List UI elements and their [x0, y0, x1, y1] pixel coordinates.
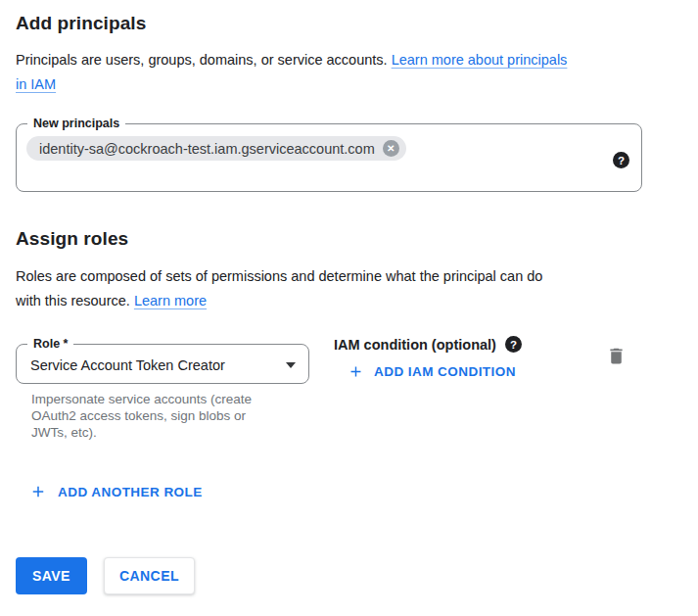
role-value-row: Service Account Token Creator	[17, 354, 308, 377]
add-principals-panel: Add principals Principals are users, gro…	[0, 0, 698, 616]
iam-condition-label: IAM condition (optional)	[334, 337, 496, 353]
new-principals-label: New principals	[27, 117, 125, 131]
help-icon[interactable]: ?	[613, 152, 629, 168]
new-principals-field[interactable]: New principals identity-sa@cockroach-tes…	[16, 117, 642, 192]
save-button[interactable]: SAVE	[16, 557, 87, 594]
learn-more-principals-line1: Learn more about principals	[392, 52, 568, 68]
add-iam-condition-label: ADD IAM CONDITION	[374, 364, 516, 379]
iam-condition-label-row: IAM condition (optional) ?	[334, 336, 522, 353]
add-iam-condition-button[interactable]: ADD IAM CONDITION	[348, 363, 516, 380]
chip-remove-icon[interactable]: ✕	[383, 140, 399, 157]
page-title: Add principals	[16, 13, 146, 34]
add-another-role-label: ADD ANOTHER ROLE	[58, 485, 203, 499]
learn-more-principals-line2: in IAM	[16, 76, 56, 92]
role-select[interactable]: Role * Service Account Token Creator	[16, 337, 309, 384]
dialog-actions: SAVE CANCEL	[16, 557, 195, 594]
delete-role-button[interactable]	[606, 346, 627, 366]
chevron-down-icon	[286, 362, 296, 368]
role-selected-value: Service Account Token Creator	[30, 357, 225, 373]
roles-description-line2: with this resource.	[16, 293, 134, 308]
trash-icon	[606, 346, 627, 366]
learn-more-roles-link[interactable]: Learn more	[134, 293, 207, 308]
principal-chip-value: identity-sa@cockroach-test.iam.gservicea…	[39, 141, 375, 157]
principal-chip[interactable]: identity-sa@cockroach-test.iam.gservicea…	[26, 136, 406, 161]
role-label: Role *	[27, 337, 73, 352]
role-helper-text: Impersonate service accounts (create OAu…	[31, 391, 281, 441]
help-icon[interactable]: ?	[505, 336, 522, 353]
plus-icon	[29, 483, 47, 500]
roles-description: Roles are composed of sets of permission…	[16, 264, 672, 313]
cancel-button[interactable]: CANCEL	[104, 557, 195, 594]
roles-description-line1: Roles are composed of sets of permission…	[16, 268, 542, 284]
add-another-role-button[interactable]: ADD ANOTHER ROLE	[29, 483, 203, 500]
principals-description-text: Principals are users, groups, domains, o…	[16, 52, 392, 68]
assign-roles-title: Assign roles	[16, 228, 128, 250]
iam-condition-section: IAM condition (optional) ? ADD IAM CONDI…	[334, 336, 522, 380]
plus-icon	[348, 363, 364, 380]
principals-description: Principals are users, groups, domains, o…	[16, 48, 672, 97]
